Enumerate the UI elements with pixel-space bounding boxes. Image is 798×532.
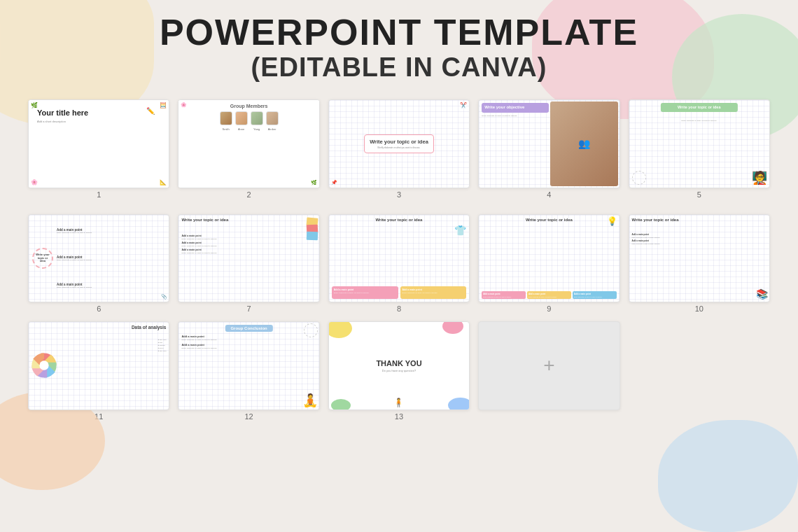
slide-number-8: 8 xyxy=(397,304,401,313)
slide-3-box: Write your topic or idea Briefly elabora… xyxy=(364,134,434,154)
blob-13-pink xyxy=(442,322,463,334)
slide-thumb-5[interactable]: Write your topic or idea Briefly elabora… xyxy=(629,99,770,188)
slide-wrapper-5: Write your topic or idea Briefly elabora… xyxy=(629,99,770,199)
slide-10-points: Add a main point Briefly elaborate on wh… xyxy=(632,233,741,245)
slide-8-cards: Add a main point Briefly elaborate on wh… xyxy=(332,286,466,299)
slide-11-legend: ● very bad ● bad ● neutral ● good ● very… xyxy=(158,339,167,353)
slide-thumb-11[interactable]: Data of analysis ● very bad ● bad ● neut… xyxy=(28,321,169,410)
deco-10-books: 📚 xyxy=(756,288,768,300)
slide-2-names: Smith Anne Yang Amber xyxy=(178,125,318,131)
slide-thumb-add[interactable]: + xyxy=(478,321,620,410)
slide-7-title: Write your topic or idea xyxy=(181,218,248,223)
slide-5-sub: Briefly elaborate on what you want to di… xyxy=(632,120,766,122)
slide-thumb-9[interactable]: Write your topic or idea 💡 Add a main po… xyxy=(478,214,620,303)
slide-number-5: 5 xyxy=(697,190,701,199)
slide-thumb-4[interactable]: Write your objective Briefly elaborate o… xyxy=(478,99,620,188)
slide-wrapper-7: Write your topic or idea Add a main poin… xyxy=(178,214,319,314)
slide-1-title: Your title here Add a short description xyxy=(37,108,88,123)
photo-smith xyxy=(220,111,232,125)
deco-2-br: 🌿 xyxy=(311,180,317,186)
slide-9-card-1: Add a main point Briefly elaborate on wh… xyxy=(482,291,526,300)
deco-8-icon: 👕 xyxy=(454,225,466,236)
slide-6-circle: Write your topic or idea xyxy=(32,248,53,269)
header: POWERPOINT TEMPLATE (EDITABLE IN CANVA) xyxy=(0,0,798,90)
deco-7-stickers xyxy=(307,218,318,240)
deco-9-bulb: 💡 xyxy=(607,216,617,226)
slides-grid-row1: 🌿 🧮 🌸 📐 Your title here Add a short desc… xyxy=(0,92,798,206)
slide-wrapper-1: 🌿 🧮 🌸 📐 Your title here Add a short desc… xyxy=(28,99,169,199)
slides-grid-row2: Write your topic or idea Add a main poin… xyxy=(0,207,798,321)
slide-thumb-12[interactable]: Group Conclusion Add a main point Briefl… xyxy=(178,321,319,410)
deco-br-1: 📐 xyxy=(160,179,167,186)
slide-12-points: Add a main point Briefly elaborate on wh… xyxy=(181,335,293,350)
slide-wrapper-11: Data of analysis ● very bad ● bad ● neut… xyxy=(28,321,169,421)
slide-number-1: 1 xyxy=(97,190,101,199)
slide-wrapper-4: Write your objective Briefly elaborate o… xyxy=(478,99,620,199)
slide-wrapper-2: 🌸 🌿 Group Members Smith Anne Yang Amber … xyxy=(178,99,319,199)
slide-thumb-3[interactable]: Write your topic or idea Briefly elabora… xyxy=(328,99,470,188)
slide-number-9: 9 xyxy=(547,304,551,313)
blob-13-yellow xyxy=(329,322,352,338)
slide-12-title: Group Conclusion xyxy=(225,325,272,332)
slide-number-13: 13 xyxy=(395,412,403,421)
slide-thumb-8[interactable]: Write your topic or idea 👕 Add a main po… xyxy=(328,214,470,302)
deco-3-bl: 📌 xyxy=(331,180,337,186)
slide-8-card-2: Add a main point Briefly elaborate on wh… xyxy=(400,286,467,299)
slide-thumb-7[interactable]: Write your topic or idea Add a main poin… xyxy=(178,214,319,303)
slide-thumb-13[interactable]: THANK YOU Do you have any question? 🧍 xyxy=(328,321,470,410)
deco-3-tr: ✂️ xyxy=(460,102,467,108)
pencil-deco-1: ✏️ xyxy=(146,107,155,115)
slide-wrapper-3: Write your topic or idea Briefly elabora… xyxy=(328,99,470,199)
color-wheel-svg xyxy=(31,352,57,379)
slide-number-6: 6 xyxy=(97,304,101,313)
blob-13-blue xyxy=(448,398,469,410)
deco-13-figure: 🧍 xyxy=(393,398,404,407)
photo-amber xyxy=(266,111,279,125)
slide-wrapper-9: Write your topic or idea 💡 Add a main po… xyxy=(478,214,620,314)
slide-7-points: Add a main point Briefly elaborate on wh… xyxy=(181,234,293,255)
slide-number-2: 2 xyxy=(247,190,251,199)
slide-number-10: 10 xyxy=(695,304,704,313)
bg-blob-blue xyxy=(658,420,798,532)
slide-number-3: 3 xyxy=(397,190,401,199)
slide-thumb-1[interactable]: 🌿 🧮 🌸 📐 Your title here Add a short desc… xyxy=(28,99,169,188)
slides-grid-row3: Data of analysis ● very bad ● bad ● neut… xyxy=(0,320,798,421)
slide-thumb-10[interactable]: Write your topic or idea Add a main poin… xyxy=(629,214,770,302)
slide-number-12: 12 xyxy=(244,412,253,421)
blob-13-green xyxy=(331,399,351,410)
slide-wrapper-12: Group Conclusion Add a main point Briefl… xyxy=(178,321,319,421)
header-title: POWERPOINT TEMPLATE xyxy=(0,13,798,52)
deco-bl-1: 🌸 xyxy=(31,179,38,186)
deco-tr-1: 🧮 xyxy=(160,102,167,108)
slide-wrapper-8: Write your topic or idea 👕 Add a main po… xyxy=(328,214,470,314)
slide-4-left: Write your objective Briefly elaborate o… xyxy=(482,103,549,117)
slide-6-points: Add a main point Briefly elaborate on wh… xyxy=(57,218,167,299)
deco-5-figure: 🧑‍🏫 xyxy=(752,170,767,186)
slide-thumb-6[interactable]: Write your topic or idea Add a main poin… xyxy=(28,214,169,302)
slide-wrapper-10: Write your topic or idea Add a main poin… xyxy=(629,214,770,314)
slide-2-photos xyxy=(178,111,318,125)
deco-2-tl: 🌸 xyxy=(181,102,187,108)
slide-9-card-3: Add a main point Briefly elaborate on wh… xyxy=(573,291,617,300)
svg-point-1 xyxy=(39,361,48,370)
deco-5-circle xyxy=(632,171,646,185)
photo-anne xyxy=(235,111,248,125)
slide-9-card-2: Add a main point Briefly elaborate on wh… xyxy=(527,291,571,300)
slide-number-7: 7 xyxy=(247,304,251,313)
slide-wrapper-add: + xyxy=(478,321,620,421)
slide-wrapper-13: THANK YOU Do you have any question? 🧍 13 xyxy=(328,321,470,421)
slide-13-content: THANK YOU Do you have any question? xyxy=(376,359,421,372)
add-icon[interactable]: + xyxy=(543,354,554,377)
slide-10-title: Write your topic or idea xyxy=(632,218,705,223)
deco-tl-1: 🌿 xyxy=(31,102,38,108)
slide-8-title: Write your topic or idea xyxy=(376,218,423,223)
slide-2-title: Group Members xyxy=(178,100,318,111)
slide-number-4: 4 xyxy=(547,190,551,199)
photo-yang xyxy=(251,111,263,125)
slide-thumb-2[interactable]: 🌸 🌿 Group Members Smith Anne Yang Amber xyxy=(178,99,319,188)
slide-wrapper-6: Write your topic or idea Add a main poin… xyxy=(28,214,169,314)
deco-12-circle xyxy=(304,323,318,337)
deco-6-clip: 📎 xyxy=(161,294,167,300)
slide-8-card-1: Add a main point Briefly elaborate on wh… xyxy=(332,286,398,299)
deco-12-figure: 🧘 xyxy=(302,393,318,408)
